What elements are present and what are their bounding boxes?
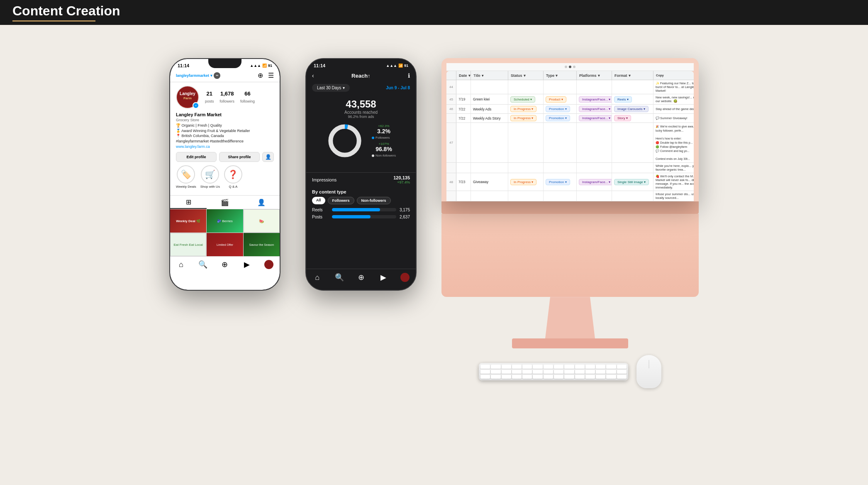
cell-46b-title[interactable]: Weekly Ads Story xyxy=(471,114,508,122)
mouse[interactable] xyxy=(636,355,661,388)
cell-47b-type[interactable] xyxy=(544,163,577,173)
highlight-qa[interactable]: ❓ Q & A xyxy=(224,165,242,189)
cell-47-type[interactable] xyxy=(544,123,577,162)
key[interactable] xyxy=(491,365,500,369)
cell-46-title[interactable]: Weekly Ads xyxy=(471,105,508,113)
cell-47-platform[interactable] xyxy=(577,123,612,162)
key[interactable] xyxy=(564,370,574,374)
cell-48b-format[interactable] xyxy=(612,191,653,201)
key[interactable] xyxy=(596,365,605,369)
cell-44-status[interactable] xyxy=(508,80,544,94)
add-post-icon[interactable]: ⊕ xyxy=(258,71,263,79)
avatar-add-badge[interactable]: + xyxy=(193,102,199,109)
cell-46b-date[interactable]: 7/22 xyxy=(456,114,471,122)
cell-44-date[interactable] xyxy=(456,80,471,94)
cell-47b-format[interactable] xyxy=(612,163,653,173)
key[interactable] xyxy=(533,375,542,379)
filter-tab-followers[interactable]: Followers xyxy=(328,197,354,204)
cell-47-status[interactable] xyxy=(508,123,544,162)
key[interactable] xyxy=(585,375,595,379)
nav-profile-2[interactable] xyxy=(400,273,410,282)
cell-44-title[interactable] xyxy=(471,80,508,94)
nav-add[interactable]: ⊕ xyxy=(220,260,229,269)
nav-reels[interactable]: ▶ xyxy=(242,260,251,269)
grid-photo-3[interactable]: 🍉 xyxy=(244,209,280,233)
cell-45-date[interactable]: 7/19 xyxy=(456,94,471,104)
grid-photo-6[interactable]: Savour the Season xyxy=(244,233,280,256)
cell-48b-platform[interactable] xyxy=(577,191,612,201)
cell-48b-title[interactable] xyxy=(471,191,508,201)
key[interactable] xyxy=(585,370,595,374)
cell-46b-status[interactable]: In Progress ▾ xyxy=(508,114,544,122)
key[interactable] xyxy=(533,365,542,369)
key[interactable] xyxy=(606,375,616,379)
key[interactable] xyxy=(564,375,574,379)
key[interactable] xyxy=(512,370,522,374)
cell-48-date[interactable]: 7/23 xyxy=(456,173,471,191)
cell-47-date[interactable] xyxy=(456,123,471,162)
cell-45-type[interactable]: Product ▾ xyxy=(544,94,577,104)
profile-website[interactable]: www.langley.farm.ca xyxy=(176,145,274,149)
cell-46-platform[interactable]: Instagram/Face... ▾ xyxy=(577,105,612,113)
cell-48-title[interactable]: Giveaway xyxy=(471,173,508,191)
key[interactable] xyxy=(544,375,553,379)
key[interactable] xyxy=(617,375,627,379)
key[interactable] xyxy=(480,375,490,379)
cell-45-title[interactable]: Green kiwi xyxy=(471,94,508,104)
menu-icon[interactable]: ☰ xyxy=(268,71,274,79)
key[interactable] xyxy=(606,370,616,374)
highlight-shop[interactable]: 🛒 Shop with Us xyxy=(200,165,220,189)
key[interactable] xyxy=(491,375,500,379)
nav-home[interactable]: ⌂ xyxy=(176,260,185,269)
key[interactable] xyxy=(544,370,553,374)
cell-47b-title[interactable] xyxy=(471,163,508,173)
nav-search-2[interactable]: 🔍 xyxy=(334,272,344,282)
back-icon[interactable]: ‹ xyxy=(312,72,314,79)
cell-46-type[interactable]: Promotion ▾ xyxy=(544,105,577,113)
col-type[interactable]: Type ▾ xyxy=(544,71,577,80)
grid-photo-4[interactable]: Eat Fresh Eat Local xyxy=(170,233,206,256)
cell-47-format[interactable] xyxy=(612,123,653,162)
cell-47-title[interactable] xyxy=(471,123,508,162)
col-status[interactable]: Status ▾ xyxy=(508,71,544,80)
highlight-weekly-deals[interactable]: 🏷️ Weekly Deals xyxy=(176,165,196,189)
cell-47b-date[interactable] xyxy=(456,163,471,173)
key[interactable] xyxy=(575,375,585,379)
grid-photo-5[interactable]: Limited Offer xyxy=(207,233,243,256)
nav-profile[interactable] xyxy=(264,260,273,269)
key[interactable] xyxy=(564,365,574,369)
cell-46b-platform[interactable]: Instagram/Face... ▾ xyxy=(577,114,612,122)
key[interactable] xyxy=(533,370,542,374)
key[interactable] xyxy=(502,375,511,379)
cell-48b-date[interactable] xyxy=(456,191,471,201)
key[interactable] xyxy=(606,365,616,369)
tab-reels[interactable]: 🎬 xyxy=(207,196,243,209)
cell-46-format[interactable]: Image Carousels ▾ xyxy=(612,105,653,113)
cell-44-platform[interactable] xyxy=(577,80,612,94)
key[interactable] xyxy=(596,375,605,379)
key[interactable] xyxy=(502,365,511,369)
cell-47b-platform[interactable] xyxy=(577,163,612,173)
cell-44-type[interactable] xyxy=(544,80,577,94)
cell-44-format[interactable] xyxy=(612,80,653,94)
edit-profile-button[interactable]: Edit profile xyxy=(176,152,217,162)
cell-45-status[interactable]: Scheduled ▾ xyxy=(508,94,544,104)
nav-home-2[interactable]: ⌂ xyxy=(312,272,322,282)
col-platforms[interactable]: Platforms ▾ xyxy=(577,71,612,80)
filter-tab-all[interactable]: All xyxy=(312,197,325,204)
person-add-button[interactable]: 👤 xyxy=(262,152,274,162)
cell-48-format[interactable]: Single Still Image ▾ xyxy=(612,173,653,191)
cell-48-type[interactable]: Promotion ▾ xyxy=(544,173,577,191)
col-title[interactable]: Title ▾ xyxy=(471,71,508,80)
cell-46-date[interactable]: 7/22 xyxy=(456,105,471,113)
nav-add-2[interactable]: ⊕ xyxy=(356,272,366,282)
key[interactable] xyxy=(554,365,563,369)
cell-48b-status[interactable] xyxy=(508,191,544,201)
key[interactable] xyxy=(512,365,522,369)
grid-photo-1[interactable]: Weekly Deal 🌿 xyxy=(170,209,206,233)
grid-photo-2[interactable]: 🫐 Berries xyxy=(207,209,243,233)
cell-46b-type[interactable]: Promotion ▾ xyxy=(544,114,577,122)
key[interactable] xyxy=(554,375,563,379)
key[interactable] xyxy=(596,370,605,374)
cell-48-platform[interactable]: Instagram/Face... ▾ xyxy=(577,173,612,191)
